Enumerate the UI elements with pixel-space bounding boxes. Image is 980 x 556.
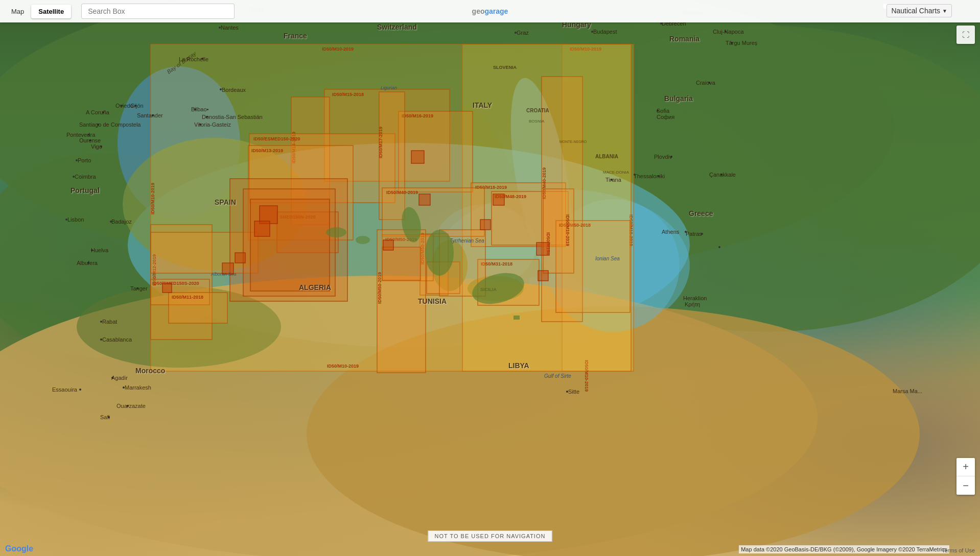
map-container: ID50/M10-2019 ID50/M10-2019 ID50/M10-201… xyxy=(0,0,980,556)
zoom-controls: + − xyxy=(956,458,975,495)
search-input[interactable] xyxy=(81,4,235,19)
google-logo: Google xyxy=(5,544,33,553)
fullscreen-icon: ⛶ xyxy=(962,31,969,39)
map-attribution: Map data ©2020 GeoBasis-DE/BKG (©2009), … xyxy=(739,545,949,553)
top-bar: Map Satellite geogarage Nautical Charts … xyxy=(0,0,980,22)
fullscreen-button[interactable]: ⛶ xyxy=(956,26,975,44)
zoom-out-button[interactable]: − xyxy=(956,476,975,495)
nautical-charts-dropdown[interactable]: Nautical Charts ▼ xyxy=(886,4,952,17)
sea-overlay xyxy=(0,0,980,556)
dropdown-chevron-icon: ▼ xyxy=(942,8,947,14)
warning-text: NOT TO BE USED FOR NAVIGATION xyxy=(435,533,546,539)
zoom-in-button[interactable]: + xyxy=(956,458,975,476)
nautical-charts-label: Nautical Charts xyxy=(891,7,940,15)
logo-garage: garage xyxy=(484,7,508,15)
terms-of-use-link[interactable]: Terms of Use xyxy=(942,547,975,553)
map-satellite-toggle: Map Satellite xyxy=(4,5,71,18)
logo: geogarage xyxy=(472,7,508,15)
nav-warning: NOT TO BE USED FOR NAVIGATION xyxy=(428,530,552,542)
satellite-button[interactable]: Satellite xyxy=(31,5,71,18)
logo-geo: geo xyxy=(472,7,485,15)
map-button[interactable]: Map xyxy=(4,5,31,18)
